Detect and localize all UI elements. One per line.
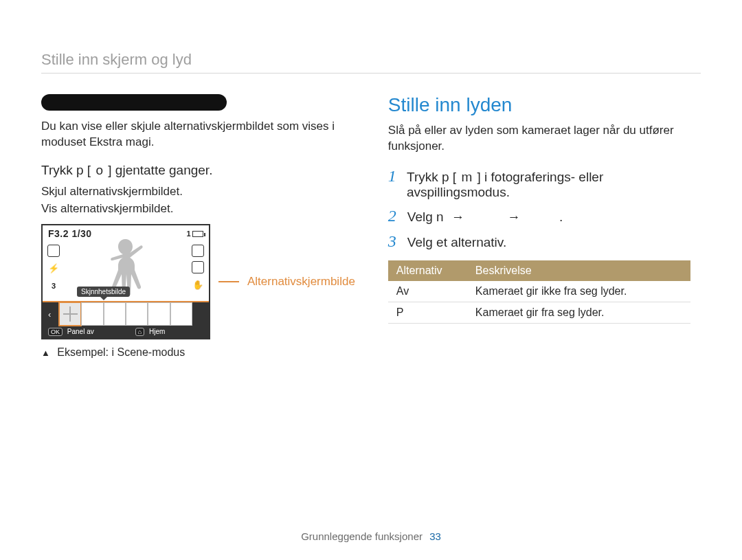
option-cells [59,302,192,326]
list-item: Skjul alternativskjermbildet. [41,183,355,201]
option-cell [170,302,192,326]
triangle-up-icon [41,346,54,358]
lcd-upper-area: F3.2 1/30 1 3 [43,225,209,301]
anti-shake-icon [191,278,205,291]
page-number: 33 [429,530,441,542]
cell-option: P [388,302,467,323]
chevron-right-icon: › [201,309,203,320]
callout-connector [218,281,239,282]
page-footer: Grunnleggende funksjoner 33 [0,530,742,542]
step-end: . [559,210,563,224]
option-cell [104,302,126,326]
option-cell-selected [59,302,81,326]
list-item: Vis alternativskjermbildet. [41,201,355,218]
step-text: Velg n . [407,210,563,225]
mode-number-icon: 3 [47,279,60,293]
lcd-screenshot: F3.2 1/30 1 3 [41,224,210,339]
left-column: Du kan vise eller skjule alternativskjer… [41,94,355,370]
option-strip: ‹ › [43,301,209,326]
home-label: Hjem [149,328,165,335]
arrow-right-icon [508,210,521,225]
cell-description: Kameraet gir fra seg lyder. [467,302,690,323]
step-number: 3 [388,232,407,251]
step-number: 2 [388,207,407,225]
home-button-icon: ⌂ [135,328,144,336]
page-title: Stille inn skjerm og lyd [41,51,701,74]
table-row: Alternativ Beskrivelse [388,260,690,281]
option-cell [81,302,103,326]
right-column: Stille inn lyden Slå på eller av lyden s… [388,94,701,370]
step-prefix: Velg n [407,210,444,224]
lcd-bottom-bar: OK Panel av ⌂ Hjem [43,326,209,338]
left-bullet-list: Skjul alternativskjermbildet. Vis altern… [41,183,355,217]
grid-icon [47,245,60,257]
battery-icon [192,231,203,237]
right-intro-paragraph: Slå på eller av lyden som kameraet lager… [388,123,701,155]
lcd-ok-group: OK Panel av [48,328,94,336]
flash-icon [47,261,60,275]
options-table: Alternativ Beskrivelse Av Kameraet gir i… [388,260,690,324]
step-2: 2 Velg n . [388,207,701,225]
section-heading-redacted [41,94,227,111]
ok-button-icon: OK [48,328,63,336]
cell-option: Av [388,281,467,302]
cell-description: Kameraet gir ikke fra seg lyder. [467,281,690,302]
arrow-right-icon [451,210,464,225]
col-header-description: Beskrivelse [467,260,690,281]
step-number: 1 [388,167,407,186]
lcd-with-callout: F3.2 1/30 1 3 [41,224,355,339]
quality-icon [192,261,204,273]
lcd-left-icons: 3 [47,245,60,293]
left-instruction: Trykk p o gjentatte ganger. [41,163,355,178]
option-cell [148,302,170,326]
frame-count: 1 [186,229,191,238]
resolution-icon [192,245,204,257]
lcd-home-group: ⌂ Hjem [135,328,166,336]
lcd-status-right: 1 [186,228,203,239]
callout-label: Alternativskjermbilde [247,275,355,289]
left-intro-paragraph: Du kan vise eller skjule alternativskjer… [41,119,355,150]
step-prefix: Trykk p [407,170,449,184]
key-o-label: o [95,163,103,177]
step-3: 3 Velg et alternativ. [388,232,701,251]
key-o: o [87,163,112,178]
step-1: 1 Trykk p m i fotograferings- eller avsp… [388,167,701,200]
caption-text: Eksempel: i Scene-modus [57,346,185,358]
two-column-layout: Du kan vise eller skjule alternativskjer… [41,94,701,370]
instr-prefix: Trykk p [41,163,84,177]
step-text: Velg et alternativ. [407,235,506,250]
manual-page: Stille inn skjerm og lyd Du kan vise ell… [0,0,742,560]
key-m: m [453,170,481,185]
section-heading: Stille inn lyden [388,94,701,116]
lcd-right-icons [191,245,205,291]
key-m-label: m [461,170,472,184]
option-cell [126,302,148,326]
lcd-caption: Eksempel: i Scene-modus [41,346,355,359]
chevron-left-icon: ‹ [48,309,51,320]
numbered-steps: 1 Trykk p m i fotograferings- eller avsp… [388,167,701,251]
tooltip-label: Skjnnhetsbilde [77,287,130,297]
instr-suffix: gjentatte ganger. [115,163,213,177]
table-row: Av Kameraet gir ikke fra seg lyder. [388,281,690,302]
step-text: Trykk p m i fotograferings- eller avspil… [407,170,701,200]
col-header-option: Alternativ [388,260,467,281]
footer-section-name: Grunnleggende funksjoner [301,530,423,542]
table-row: P Kameraet gir fra seg lyder. [388,302,690,323]
exposure-text: F3.2 1/30 [48,228,92,239]
panel-off-label: Panel av [67,328,94,335]
